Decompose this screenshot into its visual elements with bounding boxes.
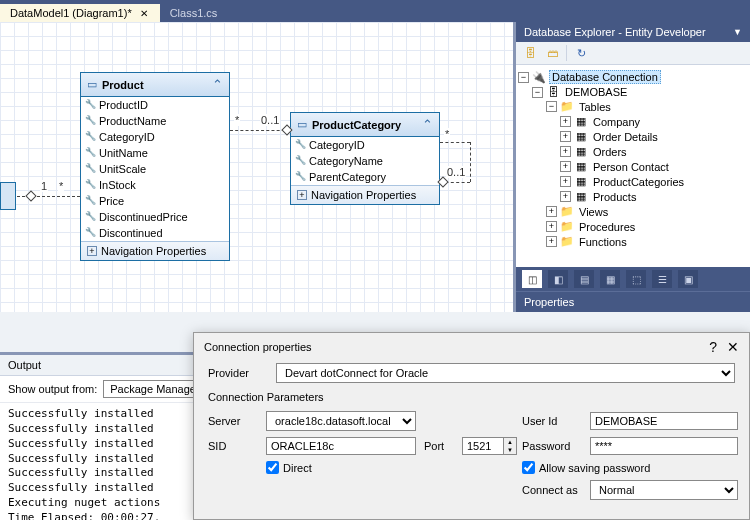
offscreen-entity-stub[interactable] (0, 182, 16, 210)
tree-node-table[interactable]: Company (591, 116, 642, 128)
toolwin-tab[interactable]: ▤ (574, 270, 594, 288)
close-icon[interactable]: ✕ (138, 8, 150, 19)
folder-icon: 📁 (560, 205, 574, 218)
entity-field[interactable]: DiscontinuedPrice (81, 209, 229, 225)
collapse-toggle[interactable]: − (546, 101, 557, 112)
expand-toggle[interactable]: + (560, 131, 571, 142)
tree-node-database[interactable]: DEMOBASE (563, 86, 629, 98)
toolwin-tab[interactable]: ☰ (652, 270, 672, 288)
direct-checkbox[interactable] (266, 461, 279, 474)
tree-node-tables[interactable]: Tables (577, 101, 613, 113)
tree-node-connection[interactable]: Database Connection (549, 70, 661, 84)
direct-label: Direct (283, 462, 312, 474)
entity-field[interactable]: UnitName (81, 145, 229, 161)
entity-field[interactable]: Price (81, 193, 229, 209)
toolwin-tab[interactable]: ◫ (522, 270, 542, 288)
sid-input[interactable] (266, 437, 416, 455)
expand-toggle[interactable]: + (546, 221, 557, 232)
collapse-icon[interactable]: ⌃ (422, 117, 433, 132)
tree-node-functions[interactable]: Functions (577, 236, 629, 248)
tab-datamodel[interactable]: DataModel1 (Diagram1)* ✕ (0, 4, 160, 22)
aggregation-diamond-icon (25, 190, 36, 201)
nav-label: Navigation Properties (101, 245, 206, 257)
database-icon: 🗄 (546, 86, 560, 98)
toolwin-tab[interactable]: ▣ (678, 270, 698, 288)
folder-icon: 📁 (560, 100, 574, 113)
folder-icon: 📁 (560, 220, 574, 233)
port-spinner[interactable]: ▲▼ (504, 437, 517, 455)
table-icon: ▦ (574, 175, 588, 188)
userid-input[interactable] (590, 412, 738, 430)
entity-title: Product (102, 79, 207, 91)
cardinality-label: * (444, 128, 450, 140)
allow-save-checkbox[interactable] (522, 461, 535, 474)
entity-icon: ▭ (297, 118, 307, 131)
tab-class1[interactable]: Class1.cs (160, 4, 228, 22)
panel-title-bar[interactable]: Database Explorer - Entity Developer ▼ (516, 22, 750, 42)
refresh-icon[interactable]: ↻ (573, 45, 589, 61)
tree-node-table[interactable]: Order Details (591, 131, 660, 143)
db-icon[interactable]: 🗄 (522, 45, 538, 61)
server-select[interactable]: oracle18c.datasoft.local (266, 411, 416, 431)
toolwin-tab[interactable]: ⬚ (626, 270, 646, 288)
expand-toggle[interactable]: + (560, 176, 571, 187)
collapse-icon[interactable]: ⌃ (212, 77, 223, 92)
expand-toggle[interactable]: + (560, 116, 571, 127)
diagram-canvas[interactable]: ▭ Product ⌃ ProductIDProductNameCategory… (0, 22, 513, 312)
document-tabs: DataModel1 (Diagram1)* ✕ Class1.cs (0, 0, 750, 22)
help-button[interactable]: ? (709, 339, 717, 355)
dropdown-icon[interactable]: ▼ (733, 27, 742, 37)
expand-toggle[interactable]: + (560, 146, 571, 157)
entity-field[interactable]: ParentCategory (291, 169, 439, 185)
tab-label: Class1.cs (170, 7, 218, 19)
entity-header[interactable]: ▭ Product ⌃ (81, 73, 229, 97)
port-input[interactable] (462, 437, 504, 455)
expand-toggle[interactable]: + (546, 206, 557, 217)
tree-node-table[interactable]: Orders (591, 146, 629, 158)
expand-icon[interactable]: + (87, 246, 97, 256)
expand-toggle[interactable]: + (546, 236, 557, 247)
entity-field[interactable]: CategoryName (291, 153, 439, 169)
entity-field[interactable]: ProductName (81, 113, 229, 129)
db-add-icon[interactable]: 🗃 (544, 45, 560, 61)
dialog-title: Connection properties (204, 341, 312, 353)
entity-field[interactable]: ProductID (81, 97, 229, 113)
nav-properties[interactable]: + Navigation Properties (81, 241, 229, 260)
dialog-title-bar[interactable]: Connection properties ? ✕ (194, 333, 749, 361)
tree-node-views[interactable]: Views (577, 206, 610, 218)
panel-toolbar: 🗄 🗃 ↻ (516, 42, 750, 65)
collapse-toggle[interactable]: − (532, 87, 543, 98)
table-icon: ▦ (574, 145, 588, 158)
collapse-toggle[interactable]: − (518, 72, 529, 83)
port-label: Port (424, 440, 454, 452)
entity-field[interactable]: CategoryID (291, 137, 439, 153)
password-input[interactable] (590, 437, 738, 455)
entity-field[interactable]: Discontinued (81, 225, 229, 241)
properties-panel-title[interactable]: Properties (516, 291, 750, 312)
entity-product-category[interactable]: ▭ ProductCategory ⌃ CategoryIDCategoryNa… (290, 112, 440, 205)
provider-select[interactable]: Devart dotConnect for Oracle (276, 363, 735, 383)
connect-as-label: Connect as (522, 484, 582, 496)
expand-toggle[interactable]: + (560, 161, 571, 172)
entity-field[interactable]: UnitScale (81, 161, 229, 177)
provider-label: Provider (208, 367, 268, 379)
show-output-label: Show output from: (8, 383, 97, 395)
close-button[interactable]: ✕ (727, 339, 739, 355)
entity-product[interactable]: ▭ Product ⌃ ProductIDProductNameCategory… (80, 72, 230, 261)
panel-title: Database Explorer - Entity Developer (524, 26, 706, 38)
tree-node-procedures[interactable]: Procedures (577, 221, 637, 233)
toolwin-tab[interactable]: ▦ (600, 270, 620, 288)
db-tree[interactable]: −🔌Database Connection −🗄DEMOBASE −📁Table… (516, 65, 750, 267)
expand-icon[interactable]: + (297, 190, 307, 200)
nav-properties[interactable]: + Navigation Properties (291, 185, 439, 204)
database-explorer-panel: Database Explorer - Entity Developer ▼ 🗄… (513, 22, 750, 312)
tree-node-table[interactable]: ProductCategories (591, 176, 686, 188)
entity-header[interactable]: ▭ ProductCategory ⌃ (291, 113, 439, 137)
expand-toggle[interactable]: + (560, 191, 571, 202)
connect-as-select[interactable]: Normal (590, 480, 738, 500)
entity-field[interactable]: InStock (81, 177, 229, 193)
tree-node-table[interactable]: Products (591, 191, 638, 203)
tree-node-table[interactable]: Person Contact (591, 161, 671, 173)
entity-field[interactable]: CategoryID (81, 129, 229, 145)
toolwin-tab[interactable]: ◧ (548, 270, 568, 288)
